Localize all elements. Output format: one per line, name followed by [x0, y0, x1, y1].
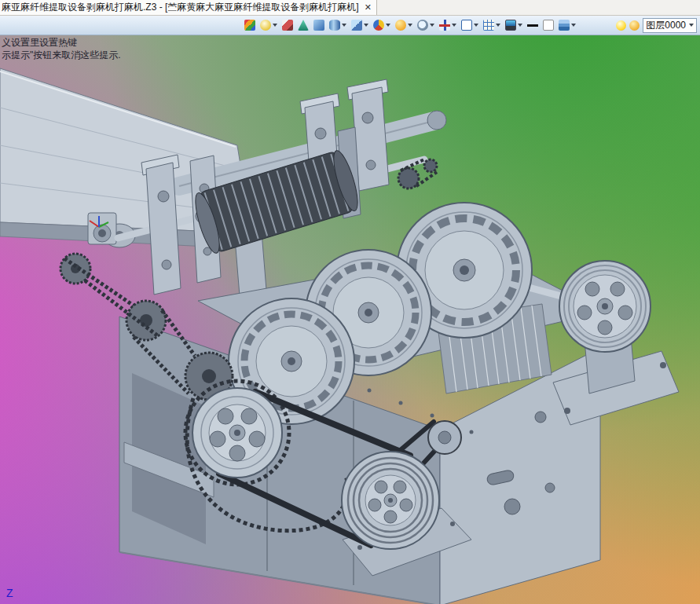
3d-viewport[interactable]: 义设置里设置热键 示提示"按钮来取消这些提示. [0, 35, 700, 604]
shaded-cube-icon-glyph [351, 20, 362, 31]
layer-selector[interactable]: 图层0000 [643, 18, 697, 33]
chevron-down-icon [342, 24, 346, 27]
tab-bar: 麻亚麻纤维提取设备剥麻机打麻机.Z3 - [苎麻黄麻大麻亚麻纤维提取设备剥麻机打… [0, 0, 700, 16]
sphere-icon-glyph [395, 20, 406, 31]
chevron-down-icon [386, 24, 390, 27]
display-icon[interactable] [504, 17, 524, 33]
palette-icon-glyph [244, 20, 255, 31]
cone-icon-glyph [298, 20, 309, 31]
hint-text-line1: 义设置里设置热键 [2, 36, 121, 49]
pen-icon-glyph [282, 20, 293, 31]
chevron-down-icon [273, 24, 277, 27]
axis-z-label: Z [6, 587, 13, 599]
cone-icon[interactable] [296, 17, 310, 33]
chevron-down-icon [408, 24, 412, 27]
chevron-down-icon [452, 24, 456, 27]
layer-selector-value: 图层0000 [646, 19, 686, 32]
pen-icon[interactable] [280, 17, 295, 33]
blank-icon-glyph [543, 20, 554, 31]
pie-icon[interactable] [372, 17, 392, 33]
grid-icon[interactable] [482, 17, 502, 33]
display-icon-glyph [505, 20, 516, 31]
layer-visibility-bulb-icon[interactable] [616, 20, 626, 31]
move-icon-glyph [439, 20, 450, 31]
layer-indicator-group: 图层0000 [614, 18, 700, 33]
palette-icon[interactable] [243, 17, 257, 33]
chevron-down-icon [518, 24, 522, 27]
pie-icon-glyph [373, 20, 384, 31]
light-icon[interactable] [258, 17, 279, 33]
document-tab-title: 麻亚麻纤维提取设备剥麻机打麻机.Z3 - [苎麻黄麻大麻亚麻纤维提取设备剥麻机打… [2, 1, 359, 14]
line-icon[interactable] [526, 17, 540, 33]
layers-icon-glyph [559, 20, 570, 31]
chevron-down-icon [689, 24, 694, 27]
light-icon-glyph [260, 20, 271, 31]
document-tab[interactable]: 麻亚麻纤维提取设备剥麻机打麻机.Z3 - [苎麻黄麻大麻亚麻纤维提取设备剥麻机打… [0, 0, 377, 15]
layers-icon[interactable] [557, 17, 577, 33]
chevron-down-icon [474, 24, 478, 27]
hint-text-line2: 示提示"按钮来取消这些提示. [2, 49, 121, 61]
magnifier-icon-glyph [417, 20, 428, 31]
shaded-cube-icon[interactable] [350, 17, 370, 33]
chevron-down-icon [496, 24, 500, 27]
chevron-down-icon [571, 24, 576, 27]
magnifier-icon[interactable] [416, 17, 436, 33]
blank-icon[interactable] [541, 17, 555, 33]
cube-icon[interactable] [312, 17, 326, 33]
cad-model[interactable] [0, 35, 700, 604]
layer-color-ball-icon[interactable] [629, 20, 640, 31]
toolbar-icon-strip [242, 17, 578, 33]
move-icon[interactable] [438, 17, 458, 33]
cube-icon-glyph [313, 20, 324, 31]
chevron-down-icon [430, 24, 434, 27]
grid-icon-glyph [483, 20, 494, 31]
select-icon-glyph [461, 20, 472, 31]
line-icon-glyph [527, 24, 538, 27]
chevron-down-icon [364, 24, 368, 27]
cylinder-icon-glyph [329, 20, 340, 31]
tab-close-icon[interactable]: ✕ [365, 3, 372, 12]
application-window: 麻亚麻纤维提取设备剥麻机打麻机.Z3 - [苎麻黄麻大麻亚麻纤维提取设备剥麻机打… [0, 0, 700, 604]
cylinder-icon[interactable] [328, 17, 348, 33]
select-icon[interactable] [460, 17, 480, 33]
hint-text: 义设置里设置热键 示提示"按钮来取消这些提示. [2, 36, 121, 61]
drive-pulley-right[interactable] [553, 261, 679, 425]
sphere-icon[interactable] [394, 17, 414, 33]
toolbar: 图层0000 [0, 16, 700, 35]
